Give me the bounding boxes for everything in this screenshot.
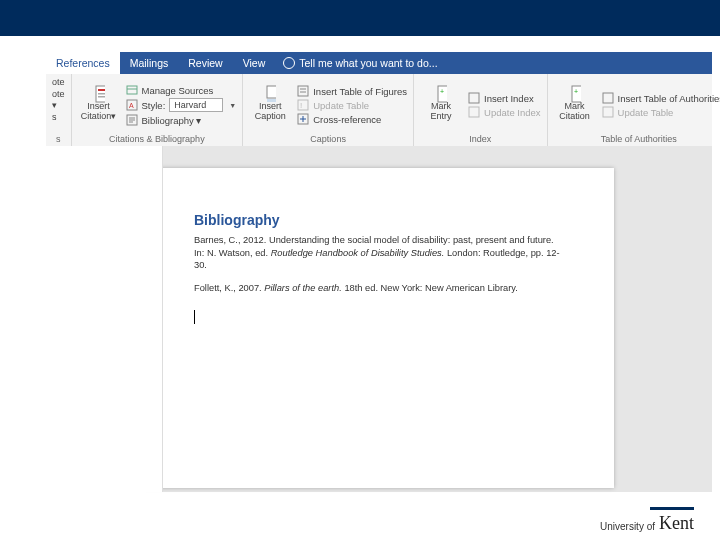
logo-bar-icon	[650, 507, 694, 510]
tab-review[interactable]: Review	[178, 52, 232, 74]
bibliography-entry: Barnes, C., 2012. Understanding the soci…	[194, 234, 564, 272]
manage-sources-icon	[126, 84, 138, 96]
update-table-button[interactable]: ! Update Table	[297, 99, 407, 111]
entry-text: 18th ed. New York: New American Library.	[342, 283, 518, 293]
bibliography-icon	[126, 114, 138, 126]
insert-toa-button[interactable]: Insert Table of Authorities	[602, 92, 720, 104]
cross-reference-icon	[297, 113, 309, 125]
svg-rect-29	[603, 107, 613, 117]
entry-italic: Pillars of the earth.	[264, 283, 342, 293]
tab-references[interactable]: References	[46, 52, 120, 74]
mark-entry-label: MarkEntry	[431, 102, 452, 122]
entry-text: Follett, K., 2007.	[194, 283, 264, 293]
svg-rect-1	[98, 89, 105, 91]
tab-mailings[interactable]: Mailings	[120, 52, 179, 74]
tell-me-search[interactable]: Tell me what you want to do...	[275, 57, 445, 69]
insert-caption-icon	[264, 88, 276, 100]
mark-entry-button[interactable]: + MarkEntry	[420, 77, 462, 133]
style-label: Style:	[142, 100, 166, 111]
insert-caption-button[interactable]: InsertCaption	[249, 77, 291, 133]
svg-text:!: !	[300, 101, 302, 110]
svg-rect-3	[98, 96, 105, 98]
group-label-toa: Table of Authorities	[554, 133, 720, 144]
svg-text:A: A	[129, 102, 134, 109]
table-figures-label: Insert Table of Figures	[313, 86, 407, 97]
svg-rect-14	[298, 86, 308, 96]
insert-table-figures-button[interactable]: Insert Table of Figures	[297, 85, 407, 97]
svg-rect-4	[127, 86, 137, 94]
table-figures-icon	[297, 85, 309, 97]
style-icon: A	[126, 99, 138, 111]
update-index-icon	[468, 106, 480, 118]
insert-citation-button[interactable]: InsertCitation▾	[78, 77, 120, 133]
lightbulb-icon	[283, 57, 295, 69]
update-index-button[interactable]: Update Index	[468, 106, 541, 118]
svg-text:+: +	[440, 88, 444, 95]
frag-line: s	[52, 112, 65, 124]
style-value: Harvard	[169, 98, 223, 112]
bibliography-entry: Follett, K., 2007. Pillars of the earth.…	[194, 282, 564, 295]
bibliography-dropdown[interactable]: Bibliography ▾	[126, 114, 237, 126]
entry-italic: Routledge Handbook of Disability Studies…	[271, 248, 445, 258]
mark-citation-label: MarkCitation	[559, 102, 590, 122]
bibliography-heading: Bibliography	[194, 212, 564, 228]
logo-name: Kent	[659, 513, 694, 534]
navigation-gutter	[46, 146, 163, 492]
insert-caption-label: InsertCaption	[255, 102, 286, 122]
group-label-captions: Captions	[249, 133, 407, 144]
insert-toa-icon	[602, 92, 614, 104]
svg-rect-25	[469, 107, 479, 117]
insert-citation-label: InsertCitation▾	[81, 102, 117, 122]
mark-citation-button[interactable]: + MarkCitation	[554, 77, 596, 133]
frag-line: ote ▾	[52, 89, 65, 112]
frag-line: ote	[52, 77, 65, 89]
chevron-down-icon: ▼	[229, 102, 236, 109]
svg-rect-24	[469, 93, 479, 103]
ribbon-group-footnotes-fragment: ote ote ▾ s s	[46, 74, 72, 146]
ribbon: ote ote ▾ s s InsertCitation▾ Manage Sou	[46, 74, 712, 147]
svg-text:+: +	[574, 88, 578, 95]
update-toa-button[interactable]: Update Table	[602, 106, 720, 118]
update-table-label: Update Table	[313, 100, 369, 111]
document-page[interactable]: Bibliography Barnes, C., 2012. Understan…	[144, 168, 614, 488]
group-label-index: Index	[420, 133, 541, 144]
ribbon-group-toa: + MarkCitation Insert Table of Authoriti…	[548, 74, 720, 146]
svg-rect-28	[603, 93, 613, 103]
update-toa-label: Update Table	[618, 107, 674, 118]
insert-toa-label: Insert Table of Authorities	[618, 93, 720, 104]
style-dropdown[interactable]: A Style: Harvard ▼	[126, 98, 237, 112]
document-area: Bibliography Barnes, C., 2012. Understan…	[46, 146, 712, 492]
insert-citation-icon	[93, 88, 105, 100]
group-label-citations: Citations & Bibliography	[78, 133, 237, 144]
update-index-label: Update Index	[484, 107, 541, 118]
cross-reference-label: Cross-reference	[313, 114, 381, 125]
text-cursor	[194, 310, 564, 328]
insert-index-button[interactable]: Insert Index	[468, 92, 541, 104]
mark-citation-icon: +	[569, 88, 581, 100]
insert-index-icon	[468, 92, 480, 104]
bibliography-label: Bibliography ▾	[142, 115, 202, 126]
manage-sources-label: Manage Sources	[142, 85, 214, 96]
word-window: References Mailings Review View Tell me …	[46, 52, 712, 492]
update-table-icon: !	[297, 99, 309, 111]
tell-me-placeholder: Tell me what you want to do...	[299, 57, 437, 69]
svg-rect-12	[267, 86, 276, 98]
logo-prefix: University of	[600, 521, 655, 532]
ribbon-group-citations: InsertCitation▾ Manage Sources A Style: …	[72, 74, 244, 146]
insert-index-label: Insert Index	[484, 93, 534, 104]
tab-view[interactable]: View	[233, 52, 276, 74]
update-toa-icon	[602, 106, 614, 118]
mark-entry-icon: +	[435, 88, 447, 100]
svg-rect-2	[98, 93, 105, 95]
manage-sources-button[interactable]: Manage Sources	[126, 84, 237, 96]
ribbon-group-captions: InsertCaption Insert Table of Figures ! …	[243, 74, 414, 146]
cross-reference-button[interactable]: Cross-reference	[297, 113, 407, 125]
ribbon-group-index: + MarkEntry Insert Index Update Index In…	[414, 74, 548, 146]
university-logo: University of Kent	[600, 513, 694, 534]
ribbon-tab-strip: References Mailings Review View Tell me …	[46, 52, 712, 74]
group-label-frag: s	[52, 133, 65, 144]
slide-title-bar	[0, 0, 720, 36]
